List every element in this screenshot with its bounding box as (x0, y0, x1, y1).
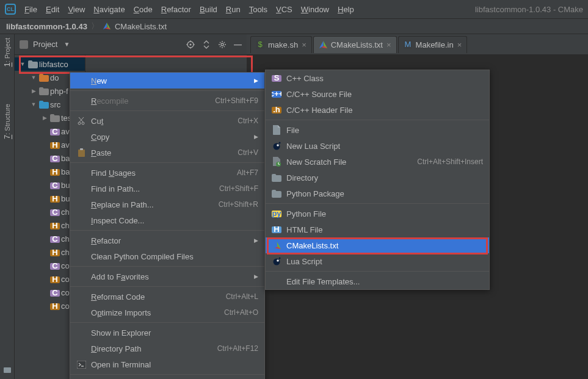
menu-item-refactor[interactable]: Refactor▶ (70, 233, 264, 248)
close-icon[interactable]: × (387, 40, 391, 49)
menu-item-edit-file-templates-[interactable]: Edit File Templates... (266, 273, 489, 289)
c-file-icon: C (50, 261, 59, 270)
svg-point-59 (277, 144, 279, 146)
file-icon (272, 125, 281, 135)
dir-icon (272, 174, 281, 182)
menu-item-directory-path[interactable]: Directory PathCtrl+Alt+F12 (70, 341, 264, 356)
tool-structure[interactable]: 7: Structure (2, 104, 12, 139)
menu-vcs[interactable]: VCS (276, 5, 292, 14)
py-icon: py (272, 209, 281, 218)
tree-item-label: bu (61, 181, 70, 190)
menu-item-label: Lua Script (286, 257, 322, 266)
menu-item-label: Open in Terminal (91, 360, 151, 369)
menu-item-find-usages[interactable]: Find UsagesAlt+F7 (70, 165, 264, 181)
menu-item-c-c-header-file[interactable]: .hC/C++ Header File (266, 102, 489, 118)
menu-file[interactable]: File (24, 5, 37, 14)
menu-item-html-file[interactable]: HHTML File (266, 222, 489, 237)
tree-root[interactable]: ▼libfastco (15, 57, 85, 71)
expand-all-icon[interactable] (202, 40, 211, 49)
menu-run[interactable]: Run (226, 5, 241, 14)
menu-item-local-history[interactable]: Local History▶ (70, 377, 264, 379)
menu-item-python-package[interactable]: Python Package (266, 186, 489, 201)
menu-item-label: Add to Favorites (91, 272, 149, 281)
menu-item-c-class[interactable]: SC++ Class (266, 70, 489, 86)
tab-make-sh[interactable]: $make.sh× (250, 36, 312, 53)
tree-item-label: php-f (50, 87, 68, 96)
menu-item-optimize-imports[interactable]: Optimize ImportsCtrl+Alt+O (70, 305, 264, 320)
tree-item-label: ch (61, 248, 70, 257)
shortcut: Ctrl+Shift+R (219, 200, 258, 209)
menu-item-cmakelists-txt[interactable]: CMakeLists.txt (266, 237, 489, 253)
menu-build[interactable]: Build (200, 5, 217, 14)
close-icon[interactable]: × (457, 40, 462, 49)
menu-tools[interactable]: Tools (249, 5, 267, 14)
svg-text:C: C (52, 208, 58, 217)
svg-point-71 (279, 258, 281, 259)
menu-item-new-scratch-file[interactable]: New Scratch FileCtrl+Alt+Shift+Insert (266, 154, 489, 170)
menu-item-label: Recompile (91, 96, 128, 106)
menu-item-copy[interactable]: Copy▶ (70, 129, 264, 145)
menu-item-label: Python File (286, 209, 326, 218)
folder-icon (39, 74, 48, 81)
shortcut: Ctrl+Alt+L (226, 292, 258, 301)
menu-item-inspect-code-[interactable]: Inspect Code... (70, 212, 264, 228)
svg-text:.h: .h (273, 105, 280, 114)
menu-item-find-in-path-[interactable]: Find in Path...Ctrl+Shift+F (70, 181, 264, 197)
menu-item-label: Find Usages (91, 168, 136, 178)
make-icon: M (404, 40, 412, 49)
menu-item-lua-script[interactable]: Lua Script (266, 253, 489, 269)
chevron-down-icon[interactable]: ▼ (64, 41, 70, 48)
menu-refactor[interactable]: Refactor (161, 5, 191, 14)
tool-project[interactable]: 1: Project (2, 38, 12, 67)
menu-item-paste[interactable]: PasteCtrl+V (70, 145, 264, 161)
close-icon[interactable]: × (302, 40, 307, 49)
menu-item-add-to-favorites[interactable]: Add to Favorites▶ (70, 269, 264, 284)
menu-item-replace-in-path-[interactable]: Replace in Path...Ctrl+Shift+R (70, 197, 264, 212)
folder-icon (39, 101, 48, 108)
menu-item-show-in-explorer[interactable]: Show in Explorer (70, 325, 264, 341)
menu-item-clean-python-compiled-files[interactable]: Clean Python Compiled Files (70, 248, 264, 264)
gear-icon[interactable] (218, 40, 227, 49)
menu-item-label: File (286, 126, 299, 135)
menu-window[interactable]: Window (301, 5, 329, 14)
project-panel-title[interactable]: Project (33, 40, 57, 49)
breadcrumb-file[interactable]: CMakeLists.txt (115, 22, 167, 31)
tree-item-label: ch (61, 208, 70, 217)
menu-item-directory[interactable]: Directory (266, 170, 489, 186)
menu-item-reformat-code[interactable]: Reformat CodeCtrl+Alt+L (70, 289, 264, 305)
menu-code[interactable]: Code (134, 5, 153, 14)
breadcrumb-project[interactable]: libfastcommon-1.0.43 (6, 22, 87, 31)
svg-text:C: C (52, 154, 58, 163)
menu-help[interactable]: Help (338, 5, 354, 14)
svg-rect-49 (78, 150, 85, 157)
menu-item-python-file[interactable]: pyPython File (266, 206, 489, 222)
menu-item-c-c-source-file[interactable]: c++C/C++ Source File (266, 86, 489, 102)
menu-view[interactable]: View (68, 5, 85, 14)
breadcrumb: libfastcommon-1.0.43 〉 CMakeLists.txt (0, 18, 588, 34)
svg-point-60 (279, 142, 281, 144)
menu-item-label: Directory (286, 173, 318, 182)
scratch-icon (272, 157, 281, 167)
menu-item-cut[interactable]: CutCtrl+X (70, 113, 264, 129)
minimize-icon[interactable]: — (234, 40, 242, 49)
tree-item-label: co (61, 288, 70, 297)
menu-item-label: Clean Python Compiled Files (91, 252, 194, 261)
menu-item-file[interactable]: File (266, 122, 489, 138)
svg-text:$: $ (258, 40, 263, 49)
toolstrip-bottom-icon[interactable] (3, 366, 12, 379)
shortcut: Ctrl+Alt+O (224, 308, 258, 317)
tab-makefile-in[interactable]: MMakefile.in× (398, 36, 468, 53)
menu-navigate[interactable]: Navigate (93, 5, 125, 14)
menu-item-label: Directory Path (91, 344, 141, 353)
menu-item-recompile[interactable]: RecompileCtrl+Shift+F9 (70, 93, 264, 109)
menu-item-new-lua-script[interactable]: New Lua Script (266, 138, 489, 154)
separator (266, 271, 489, 272)
svg-point-69 (274, 259, 280, 265)
menu-item-new[interactable]: New▶ (70, 73, 264, 88)
menu-item-label: Python Package (286, 189, 344, 198)
menu-item-open-in-terminal[interactable]: Open in Terminal (70, 356, 264, 372)
locate-icon[interactable] (186, 40, 195, 49)
tab-cmakelists-txt[interactable]: CMakeLists.txt× (313, 36, 397, 53)
menu-edit[interactable]: Edit (46, 5, 59, 14)
html-icon: H (272, 225, 281, 234)
